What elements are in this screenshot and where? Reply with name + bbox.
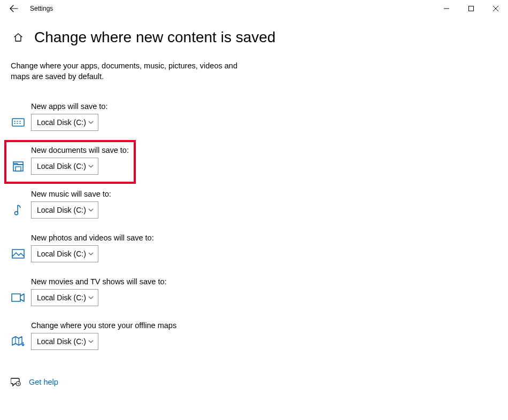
window-controls [434, 0, 508, 17]
music-location-dropdown[interactable]: Local Disk (C:) [31, 201, 98, 219]
svg-rect-11 [12, 250, 24, 258]
svg-rect-9 [16, 167, 21, 171]
chevron-down-icon [88, 208, 94, 212]
dropdown-value: Local Disk (C:) [37, 118, 86, 127]
setting-label: New music will save to: [31, 190, 497, 198]
chevron-down-icon [88, 340, 94, 343]
photos-location-dropdown[interactable]: Local Disk (C:) [31, 245, 98, 262]
titlebar: Settings [0, 0, 508, 17]
setting-label: New photos and videos will save to: [31, 234, 497, 242]
minimize-button[interactable] [434, 0, 459, 17]
setting-maps: Change where you store your offline maps… [11, 321, 497, 350]
setting-control: Local Disk (C:) [11, 114, 497, 131]
dropdown-value: Local Disk (C:) [37, 250, 86, 258]
help-icon: ? [11, 377, 21, 387]
setting-documents: New documents will save to: Local Disk (… [11, 146, 497, 175]
minimize-icon [444, 6, 449, 11]
close-icon [493, 6, 498, 11]
maps-location-dropdown[interactable]: Local Disk (C:) [31, 333, 98, 350]
page-title: Change where new content is saved [34, 29, 275, 46]
chevron-down-icon [88, 252, 94, 255]
setting-label: New movies and TV shows will save to: [31, 277, 497, 286]
maps-icon [11, 336, 26, 347]
chevron-down-icon [88, 296, 94, 299]
setting-control: Local Disk (C:) [11, 333, 497, 350]
setting-control: Local Disk (C:) [11, 201, 497, 219]
photos-icon [11, 248, 26, 259]
svg-point-10 [15, 212, 18, 215]
setting-control: Local Disk (C:) [11, 245, 497, 262]
documents-icon [11, 160, 26, 172]
setting-apps: New apps will save to: Local Disk (C:) [11, 102, 497, 131]
svg-rect-12 [12, 294, 20, 301]
documents-location-dropdown[interactable]: Local Disk (C:) [31, 158, 98, 175]
apps-icon [11, 117, 26, 128]
header: Change where new content is saved [0, 17, 508, 46]
maximize-icon [468, 6, 474, 11]
dropdown-value: Local Disk (C:) [37, 206, 86, 214]
movies-icon [11, 293, 26, 302]
chevron-down-icon [88, 121, 94, 124]
back-button[interactable] [6, 1, 21, 16]
back-arrow-icon [10, 4, 18, 13]
home-button[interactable] [11, 30, 26, 45]
setting-control: Local Disk (C:) [11, 289, 497, 306]
dropdown-value: Local Disk (C:) [37, 337, 86, 346]
dropdown-value: Local Disk (C:) [37, 293, 86, 302]
setting-label: New documents will save to: [31, 146, 497, 154]
svg-text:?: ? [17, 383, 19, 386]
settings-list: New apps will save to: Local Disk (C:) [0, 82, 508, 350]
get-help-link[interactable]: Get help [29, 378, 58, 386]
movies-location-dropdown[interactable]: Local Disk (C:) [31, 289, 98, 306]
svg-rect-0 [469, 6, 474, 11]
apps-location-dropdown[interactable]: Local Disk (C:) [31, 114, 98, 131]
get-help-row: ? Get help [0, 350, 508, 387]
svg-rect-1 [12, 119, 24, 126]
home-icon [13, 32, 24, 43]
music-icon [11, 204, 26, 216]
setting-movies: New movies and TV shows will save to: Lo… [11, 277, 497, 306]
chevron-down-icon [88, 165, 94, 168]
window-title: Settings [30, 5, 53, 12]
setting-photos: New photos and videos will save to: Loca… [11, 234, 497, 262]
setting-label: New apps will save to: [31, 102, 497, 111]
dropdown-value: Local Disk (C:) [37, 162, 86, 170]
setting-music: New music will save to: Local Disk (C:) [11, 190, 497, 219]
description-text: Change where your apps, documents, music… [0, 46, 251, 82]
setting-label: Change where you store your offline maps [31, 321, 497, 330]
setting-control: Local Disk (C:) [11, 158, 497, 175]
close-button[interactable] [483, 0, 508, 17]
maximize-button[interactable] [459, 0, 483, 17]
